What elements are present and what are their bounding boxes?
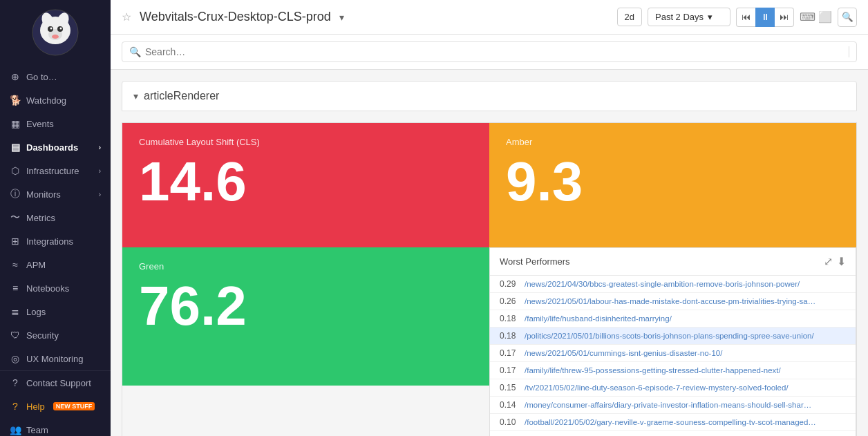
dashboard-area: ▾ articleRenderer Cumulative Layout Shif…: [111, 70, 868, 436]
wp-row-3[interactable]: 0.18 /politics/2021/05/01/billions-scots…: [490, 328, 856, 345]
prev-button[interactable]: ⏮: [736, 8, 755, 27]
worst-performers-panel: Worst Performers ⤢ ⬇ 0.29 /news/2021/04/…: [489, 247, 856, 436]
monitors-chevron: ›: [99, 191, 101, 198]
goto-icon: ⊕: [10, 71, 21, 82]
svg-point-8: [60, 28, 62, 30]
sidebar: ⊕ Go to… 🐕 Watchdog ▦ Events ▤ Dashboard…: [0, 0, 111, 436]
security-icon: 🛡: [10, 330, 21, 341]
metric-label-green: Green: [139, 261, 473, 272]
wp-score-4: 0.17: [500, 348, 525, 358]
wp-row-6[interactable]: 0.15 /tv/2021/05/02/line-duty-season-6-e…: [490, 379, 856, 397]
metrics-grid: Cumulative Layout Shift (CLS) 14.6 Amber…: [122, 122, 857, 436]
section-collapse-icon[interactable]: ▾: [133, 91, 138, 102]
sidebar-item-events[interactable]: ▦ Events: [0, 112, 111, 135]
worst-performers-title: Worst Performers: [500, 256, 570, 267]
page-title: Webvitals-Crux-Desktop-CLS-prod: [140, 10, 331, 24]
sidebar-item-integrations[interactable]: ⊞ Integrations: [0, 229, 111, 253]
worst-performers-header: Worst Performers ⤢ ⬇: [490, 248, 856, 276]
wp-row-9[interactable]: 0.07 /business/2021/05/02/bidens-bazooka…: [490, 431, 856, 436]
title-chevron-icon[interactable]: ▾: [339, 12, 344, 23]
expand-icon[interactable]: ⤢: [824, 255, 833, 268]
sidebar-item-notebooks[interactable]: ≡ Notebooks: [0, 276, 111, 300]
time-range-selector[interactable]: Past 2 Days ▾: [648, 8, 730, 26]
search-input-wrap: 🔍: [122, 41, 857, 62]
wp-url-0[interactable]: /news/2021/04/30/bbcs-greatest-single-am…: [525, 280, 846, 288]
team-icon: 👥: [10, 424, 21, 435]
wp-row-5[interactable]: 0.17 /family/life/threw-95-possessions-g…: [490, 362, 856, 379]
sidebar-item-ux-monitoring[interactable]: ◎ UX Monitoring: [0, 347, 111, 370]
wp-url-8[interactable]: /football/2021/05/02/gary-neville-v-grae…: [525, 418, 846, 426]
header-search-button[interactable]: 🔍: [838, 8, 857, 27]
metric-value-cls: 14.6: [139, 154, 473, 209]
integrations-icon: ⊞: [10, 236, 21, 247]
metric-card-amber: Amber 9.3: [489, 123, 856, 247]
wp-row-7[interactable]: 0.14 /money/consumer-affairs/diary-priva…: [490, 397, 856, 414]
dashboards-icon: ▤: [10, 142, 21, 153]
time-range-short-button[interactable]: 2d: [617, 8, 642, 26]
metric-card-green: Green 76.2: [122, 247, 489, 386]
search-divider: [849, 46, 849, 57]
wp-url-6[interactable]: /tv/2021/05/02/line-duty-season-6-episod…: [525, 383, 846, 392]
svg-point-7: [50, 28, 53, 30]
sidebar-item-help[interactable]: ? Help NEW STUFF: [0, 395, 111, 418]
sidebar-item-goto[interactable]: ⊕ Go to…: [0, 65, 111, 88]
search-bar: 🔍: [111, 35, 868, 70]
wp-score-0: 0.29: [500, 279, 525, 289]
contact-support-icon: ?: [10, 377, 21, 388]
infrastructure-chevron: ›: [99, 167, 101, 175]
wp-row-1[interactable]: 0.26 /news/2021/05/01/labour-has-made-mi…: [490, 293, 856, 310]
metric-label-cls: Cumulative Layout Shift (CLS): [139, 137, 473, 147]
logs-icon: ≣: [10, 306, 21, 317]
metric-card-cls: Cumulative Layout Shift (CLS) 14.6: [122, 123, 489, 247]
sidebar-item-dashboards[interactable]: ▤ Dashboards ›: [0, 135, 111, 159]
sidebar-item-security[interactable]: 🛡 Security: [0, 323, 111, 347]
wp-row-2[interactable]: 0.18 /family/life/husband-disinherited-m…: [490, 310, 856, 328]
page-header: ☆ Webvitals-Crux-Desktop-CLS-prod ▾ 2d P…: [111, 0, 868, 35]
ux-monitoring-icon: ◎: [10, 353, 21, 364]
events-icon: ▦: [10, 118, 21, 129]
apm-icon: ≈: [10, 259, 21, 270]
play-pause-button[interactable]: ⏸: [755, 8, 775, 27]
sidebar-item-watchdog[interactable]: 🐕 Watchdog: [0, 88, 111, 112]
keyboard-shortcut-icon[interactable]: ⌨: [800, 10, 815, 23]
favorite-star-icon[interactable]: ☆: [122, 10, 131, 23]
section-title: articleRenderer: [144, 90, 219, 102]
next-button[interactable]: ⏭: [775, 8, 794, 27]
section-header: ▾ articleRenderer: [122, 81, 857, 111]
main-content: ☆ Webvitals-Crux-Desktop-CLS-prod ▾ 2d P…: [111, 0, 868, 436]
time-selector-chevron-icon: ▾: [708, 12, 713, 22]
download-icon[interactable]: ⬇: [837, 255, 846, 268]
wp-row-8[interactable]: 0.10 /football/2021/05/02/gary-neville-v…: [490, 414, 856, 431]
wp-score-8: 0.10: [500, 417, 525, 427]
wp-url-7[interactable]: /money/consumer-affairs/diary-private-in…: [525, 401, 846, 409]
sidebar-navigation: ⊕ Go to… 🐕 Watchdog ▦ Events ▤ Dashboard…: [0, 65, 111, 436]
wp-score-2: 0.18: [500, 314, 525, 323]
wp-score-1: 0.26: [500, 296, 525, 306]
dashboards-chevron: ›: [99, 144, 101, 151]
wp-url-3[interactable]: /politics/2021/05/01/billions-scots-bori…: [525, 332, 846, 340]
worst-performers-actions: ⤢ ⬇: [824, 255, 846, 268]
infrastructure-icon: ⬡: [10, 165, 21, 176]
worst-performers-rows: 0.29 /news/2021/04/30/bbcs-greatest-sing…: [490, 276, 856, 436]
sidebar-item-team[interactable]: 👥 Team: [0, 418, 111, 436]
fullscreen-icon[interactable]: ⬜: [818, 10, 832, 23]
wp-row-4[interactable]: 0.17 /news/2021/05/01/cummings-isnt-geni…: [490, 345, 856, 362]
sidebar-item-contact-support[interactable]: ? Contact Support: [0, 371, 111, 395]
sidebar-item-infrastructure[interactable]: ⬡ Infrastructure ›: [0, 159, 111, 182]
sidebar-item-logs[interactable]: ≣ Logs: [0, 300, 111, 323]
wp-url-4[interactable]: /news/2021/05/01/cummings-isnt-genius-di…: [525, 349, 846, 357]
search-input[interactable]: [145, 46, 845, 57]
sidebar-item-monitors[interactable]: ⓘ Monitors ›: [0, 182, 111, 206]
wp-url-5[interactable]: /family/life/threw-95-possessions-gettin…: [525, 366, 846, 375]
monitors-icon: ⓘ: [10, 189, 21, 200]
wp-row-0[interactable]: 0.29 /news/2021/04/30/bbcs-greatest-sing…: [490, 276, 856, 293]
sidebar-item-metrics[interactable]: 〜 Metrics: [0, 206, 111, 229]
header-controls: 2d Past 2 Days ▾ ⏮ ⏸ ⏭ ⌨ ⬜ 🔍: [617, 8, 857, 27]
metric-value-green: 76.2: [139, 278, 473, 334]
wp-url-1[interactable]: /news/2021/05/01/labour-has-made-mistake…: [525, 297, 846, 305]
help-icon: ?: [10, 401, 21, 412]
svg-point-9: [52, 35, 59, 39]
wp-url-2[interactable]: /family/life/husband-disinherited-marryi…: [525, 314, 846, 323]
wp-score-3: 0.18: [500, 331, 525, 341]
sidebar-item-apm[interactable]: ≈ APM: [0, 253, 111, 276]
